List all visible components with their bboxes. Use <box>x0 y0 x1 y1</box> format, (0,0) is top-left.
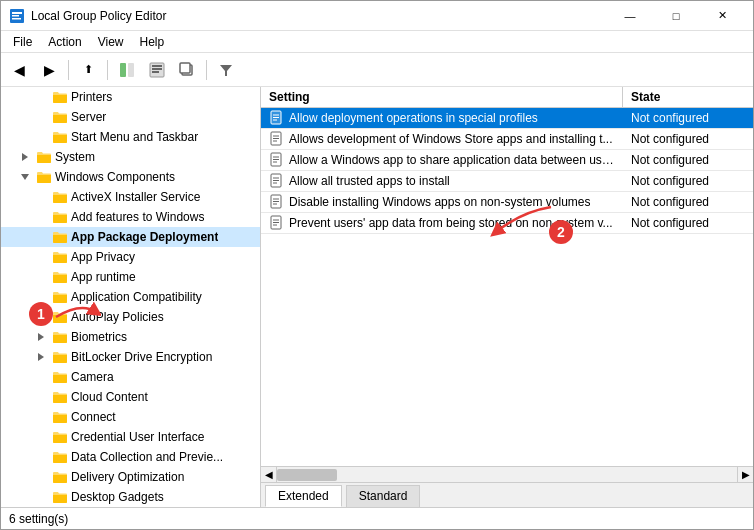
folder-icon <box>52 330 68 344</box>
tree-item[interactable]: Application Compatibility <box>1 287 260 307</box>
tree-label: Printers <box>71 90 112 104</box>
tree-item[interactable]: Camera <box>1 367 260 387</box>
col-setting[interactable]: Setting <box>261 87 623 107</box>
expand-icon[interactable] <box>33 329 49 345</box>
svg-marker-14 <box>21 174 29 180</box>
tree-item[interactable]: BitLocker Drive Encryption <box>1 347 260 367</box>
tree-label: Delivery Optimization <box>71 470 184 484</box>
tree-label: App runtime <box>71 270 136 284</box>
tree-item[interactable]: Printers <box>1 87 260 107</box>
table-row[interactable]: Prevent users' app data from being store… <box>261 213 753 234</box>
table-row[interactable]: Allows development of Windows Store apps… <box>261 129 753 150</box>
minimize-button[interactable]: — <box>607 1 653 31</box>
filter-button[interactable] <box>212 57 240 83</box>
folder-icon <box>52 110 68 124</box>
main-window: Local Group Policy Editor — □ ✕ File Act… <box>0 0 754 530</box>
folder-icon <box>52 370 68 384</box>
setting-cell: Allow deployment operations in special p… <box>261 108 623 128</box>
tree-item[interactable]: App Package Deployment <box>1 227 260 247</box>
menu-help[interactable]: Help <box>132 33 173 51</box>
tree-item[interactable]: Windows Components <box>1 167 260 187</box>
toolbar-separator-3 <box>206 60 207 80</box>
tree-item[interactable]: Server <box>1 107 260 127</box>
toolbar-separator-2 <box>107 60 108 80</box>
svg-rect-3 <box>12 18 21 20</box>
tree-item[interactable]: Credential User Interface <box>1 427 260 447</box>
settings-table: Setting State Allow deployment operation… <box>261 87 753 466</box>
setting-icon <box>269 173 285 189</box>
tree-item[interactable]: Desktop Gadgets <box>1 487 260 507</box>
show-hide-button[interactable] <box>113 57 141 83</box>
tree-item[interactable]: Add features to Windows <box>1 207 260 227</box>
window-controls: — □ ✕ <box>607 1 745 31</box>
forward-button[interactable]: ▶ <box>35 57 63 83</box>
tree-label: Windows Components <box>55 170 175 184</box>
table-row[interactable]: Allow a Windows app to share application… <box>261 150 753 171</box>
setting-label: Allow deployment operations in special p… <box>289 111 538 125</box>
properties-button[interactable] <box>143 57 171 83</box>
setting-cell: Allow a Windows app to share application… <box>261 150 623 170</box>
back-button[interactable]: ◀ <box>5 57 33 83</box>
folder-icon <box>52 270 68 284</box>
main-content: Printers Server Start Menu and Taskbar S… <box>1 87 753 507</box>
up-button[interactable]: ⬆ <box>74 57 102 83</box>
tree-item[interactable]: Connect <box>1 407 260 427</box>
state-cell: Not configured <box>623 213 753 233</box>
menu-action[interactable]: Action <box>40 33 89 51</box>
state-cell: Not configured <box>623 171 753 191</box>
tree-item[interactable]: Data Collection and Previe... <box>1 447 260 467</box>
toolbar: ◀ ▶ ⬆ <box>1 53 753 87</box>
table-row[interactable]: Allow all trusted apps to install Not co… <box>261 171 753 192</box>
folder-icon <box>52 90 68 104</box>
horizontal-scrollbar[interactable]: ◀ ▶ <box>261 466 753 482</box>
tree-label: AutoPlay Policies <box>71 310 164 324</box>
svg-rect-5 <box>128 63 134 77</box>
tab-standard[interactable]: Standard <box>346 485 421 507</box>
folder-icon <box>52 350 68 364</box>
expand-icon[interactable] <box>17 149 33 165</box>
tree-item[interactable]: ActiveX Installer Service <box>1 187 260 207</box>
setting-label: Prevent users' app data from being store… <box>289 216 613 230</box>
new-window-button[interactable] <box>173 57 201 83</box>
setting-icon <box>269 215 285 231</box>
close-button[interactable]: ✕ <box>699 1 745 31</box>
tree-item[interactable]: System <box>1 147 260 167</box>
svg-rect-9 <box>152 71 159 73</box>
folder-icon <box>52 410 68 424</box>
tree-item[interactable]: App Privacy <box>1 247 260 267</box>
tab-extended[interactable]: Extended <box>265 485 342 507</box>
table-row[interactable]: Allow deployment operations in special p… <box>261 108 753 129</box>
status-bar: 6 setting(s) <box>1 507 753 529</box>
expand-icon[interactable] <box>17 169 33 185</box>
app-icon <box>9 8 25 24</box>
svg-rect-1 <box>12 12 22 14</box>
expand-icon[interactable] <box>33 349 49 365</box>
setting-label: Allow all trusted apps to install <box>289 174 450 188</box>
tree-label: Add features to Windows <box>71 210 204 224</box>
folder-icon <box>36 170 52 184</box>
tree-item[interactable]: App runtime <box>1 267 260 287</box>
tree-item[interactable]: AutoPlay Policies <box>1 307 260 327</box>
tree-item[interactable]: Cloud Content <box>1 387 260 407</box>
tree-label: Cloud Content <box>71 390 148 404</box>
svg-rect-4 <box>120 63 126 77</box>
folder-icon <box>52 290 68 304</box>
tree-item[interactable]: Delivery Optimization <box>1 467 260 487</box>
setting-cell: Allows development of Windows Store apps… <box>261 129 623 149</box>
tree-item[interactable]: Start Menu and Taskbar <box>1 127 260 147</box>
state-cell: Not configured <box>623 129 753 149</box>
table-row[interactable]: Disable installing Windows apps on non-s… <box>261 192 753 213</box>
setting-cell: Disable installing Windows apps on non-s… <box>261 192 623 212</box>
setting-icon <box>269 131 285 147</box>
col-state[interactable]: State <box>623 87 753 107</box>
tree-label: Application Compatibility <box>71 290 202 304</box>
tree-label: App Package Deployment <box>71 230 218 244</box>
menu-view[interactable]: View <box>90 33 132 51</box>
menu-file[interactable]: File <box>5 33 40 51</box>
folder-icon <box>52 250 68 264</box>
tree-item[interactable]: Biometrics <box>1 327 260 347</box>
maximize-button[interactable]: □ <box>653 1 699 31</box>
svg-marker-13 <box>22 153 28 161</box>
tree-label: Data Collection and Previe... <box>71 450 223 464</box>
title-bar: Local Group Policy Editor — □ ✕ <box>1 1 753 31</box>
